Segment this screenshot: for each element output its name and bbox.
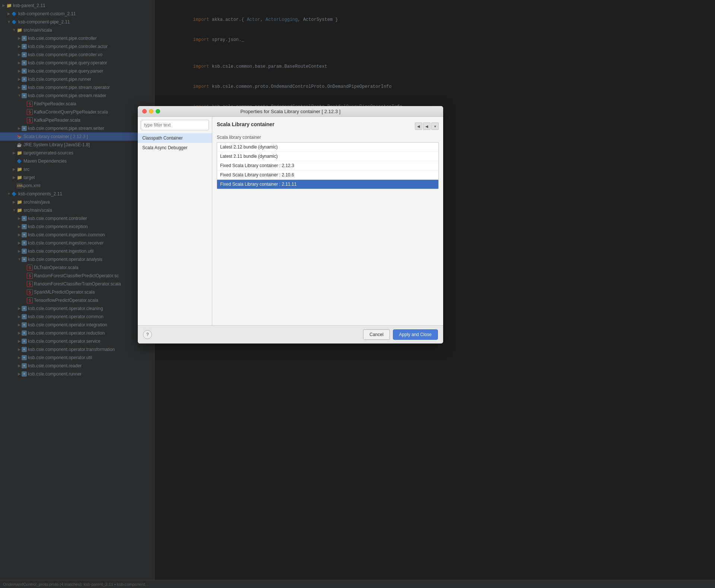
traffic-lights bbox=[142, 109, 160, 114]
library-options-list: Latest 2.12 bundle (dynamic)Latest 2.11 … bbox=[217, 142, 439, 189]
dialog-footer: ? Cancel Apply and Close bbox=[138, 325, 443, 343]
dialog-right-header: Scala Library container ◀ ◀ ▾ bbox=[217, 121, 439, 131]
nav-prev-button[interactable]: ◀ bbox=[415, 122, 422, 130]
nav-arrows: ◀ ◀ ▾ bbox=[415, 122, 439, 130]
minimize-button[interactable] bbox=[149, 109, 153, 114]
dialog-titlebar: Properties for Scala Library container [… bbox=[138, 106, 443, 117]
library-option-item[interactable]: Latest 2.12 bundle (dynamic) bbox=[217, 143, 438, 152]
apply-close-button[interactable]: Apply and Close bbox=[393, 329, 438, 340]
library-option-item[interactable]: Fixed Scala Library container : 2.10.6 bbox=[217, 170, 438, 180]
nav-item-classpath[interactable]: Classpath Container bbox=[138, 133, 212, 143]
library-option-item[interactable]: Fixed Scala Library container : 2.12.3 bbox=[217, 161, 438, 170]
nav-dropdown-button[interactable]: ▾ bbox=[431, 122, 439, 130]
nav-item-async-debugger[interactable]: Scala Async Debugger bbox=[138, 143, 212, 153]
button-group: Cancel Apply and Close bbox=[363, 329, 438, 340]
nav-prev2-button[interactable]: ◀ bbox=[423, 122, 430, 130]
library-section-title: Scala library container bbox=[217, 135, 439, 140]
dialog-right-title: Scala Library container bbox=[217, 121, 274, 127]
close-button[interactable] bbox=[142, 109, 147, 114]
filter-input[interactable] bbox=[141, 120, 209, 130]
help-button[interactable]: ? bbox=[143, 330, 152, 339]
library-option-item[interactable]: Latest 2.11 bundle (dynamic) bbox=[217, 152, 438, 161]
cancel-button[interactable]: Cancel bbox=[363, 329, 390, 340]
properties-dialog: Properties for Scala Library container [… bbox=[138, 106, 443, 343]
dialog-left-panel: Classpath Container Scala Async Debugger bbox=[138, 117, 212, 325]
maximize-button[interactable] bbox=[156, 109, 160, 114]
dialog-title: Properties for Scala Library container [… bbox=[241, 109, 341, 114]
dialog-right-panel: Scala Library container ◀ ◀ ▾ Scala libr… bbox=[212, 117, 443, 325]
dialog-body: Classpath Container Scala Async Debugger… bbox=[138, 117, 443, 325]
library-option-item[interactable]: Fixed Scala Library container : 2.11.11 bbox=[217, 180, 438, 189]
